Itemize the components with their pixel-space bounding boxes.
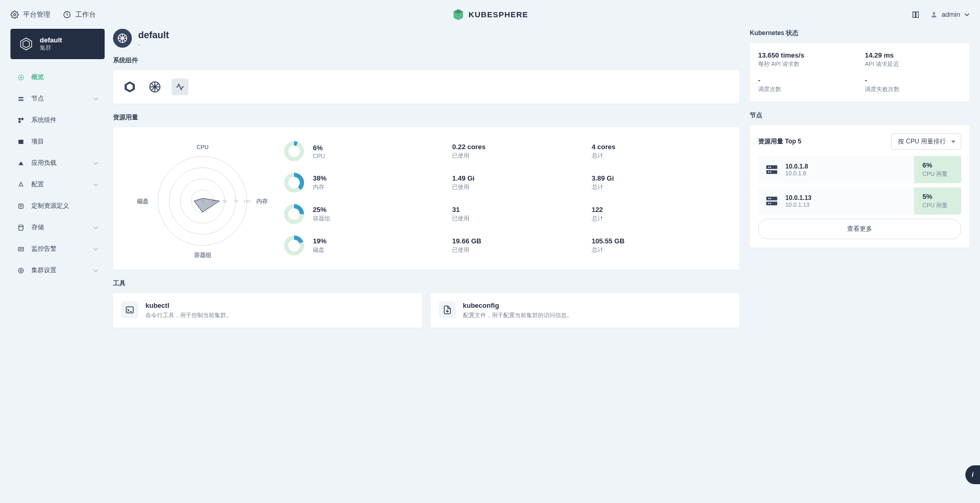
usage-total: 122 xyxy=(592,206,731,214)
k8s-value: 14.29 ms xyxy=(865,51,961,59)
sidebar-item-monitoring[interactable]: 监控告警 xyxy=(10,239,105,259)
user-menu[interactable]: admin xyxy=(930,10,970,18)
k8s-label: 调度失败次数 xyxy=(865,85,961,93)
node-pct: 5% xyxy=(922,193,953,200)
usage-total: 4 cores xyxy=(592,143,731,151)
chevron-down-icon xyxy=(93,96,98,102)
sidebar-item-crd[interactable]: 定制资源定义 xyxy=(10,196,105,216)
sidebar-item-label: 项目 xyxy=(31,137,44,146)
svg-text:磁盘: 磁盘 xyxy=(137,198,149,204)
svg-point-20 xyxy=(18,268,23,273)
sidebar-item-overview[interactable]: 概览 xyxy=(10,68,105,87)
kubesphere-logo-icon xyxy=(452,8,464,21)
component-kubesphere-icon[interactable] xyxy=(121,79,138,95)
usage-pct: 38% xyxy=(313,174,452,182)
svg-text:100: 100 xyxy=(243,199,251,204)
usage-pct: 25% xyxy=(313,206,452,214)
tool-desc: 命令行工具，用于控制当前集群。 xyxy=(145,311,232,319)
usage-used: 1.49 Gi xyxy=(452,174,591,182)
component-kubernetes-icon[interactable] xyxy=(147,79,163,95)
svg-point-69 xyxy=(770,166,771,167)
platform-mgmt-link[interactable]: 平台管理 xyxy=(10,10,50,19)
svg-rect-73 xyxy=(767,202,778,205)
usage-row: 38%内存 1.49 Gi已使用 3.89 Gi总计 xyxy=(284,168,731,197)
cluster-name: default xyxy=(40,36,62,44)
topn-title: 资源用量 Top 5 xyxy=(758,137,801,146)
k8s-value: - xyxy=(865,76,961,84)
projects-icon xyxy=(17,138,25,146)
sidebar-item-config[interactable]: 配置 xyxy=(10,175,105,194)
svg-rect-12 xyxy=(18,139,23,143)
section-components: 系统组件 xyxy=(113,56,739,65)
dashboard-icon xyxy=(63,10,71,19)
cluster-header[interactable]: default 集群 xyxy=(10,29,105,59)
chevron-down-icon xyxy=(93,182,98,187)
tool-card-kubeconfig[interactable]: kubeconfig配置文件，用于配置当前集群的访问信息。 xyxy=(431,293,740,328)
sidebar-item-label: 系统组件 xyxy=(31,116,57,125)
tool-icon xyxy=(439,301,456,318)
sidebar-item-nodes[interactable]: 节点 xyxy=(10,89,105,108)
components-icon xyxy=(17,116,25,125)
sidebar-item-workloads[interactable]: 应用负载 xyxy=(10,153,105,173)
svg-point-74 xyxy=(768,198,769,199)
view-more-button[interactable]: 查看更多 xyxy=(758,219,961,239)
svg-line-40 xyxy=(156,88,158,90)
svg-point-2 xyxy=(932,12,935,15)
gear-icon xyxy=(10,10,19,19)
radar-chart: 0255075100CPU内存容器组磁盘 xyxy=(129,136,276,261)
svg-point-17 xyxy=(19,225,23,227)
docs-icon[interactable] xyxy=(911,10,920,19)
sidebar-item-settings[interactable]: 集群设置 xyxy=(10,261,105,280)
usage-pct: 6% xyxy=(313,144,452,152)
svg-marker-3 xyxy=(21,38,32,50)
tool-card-kubectl[interactable]: kubectl命令行工具，用于控制当前集群。 xyxy=(113,293,422,328)
node-row[interactable]: 10.0.1.1310.0.1.135%CPU 用量 xyxy=(758,187,961,215)
svg-text:50: 50 xyxy=(222,199,227,204)
k8s-label: 每秒 API 请求数 xyxy=(758,60,854,68)
k8s-metric: -调度次数 xyxy=(758,76,854,93)
svg-line-39 xyxy=(152,84,154,86)
k8s-status-card: 13.650 times/s每秒 API 请求数14.29 msAPI 请求延迟… xyxy=(750,43,970,102)
platform-mgmt-label: 平台管理 xyxy=(23,10,50,19)
sidebar-item-projects[interactable]: 项目 xyxy=(10,132,105,151)
svg-line-42 xyxy=(156,84,158,86)
workbench-link[interactable]: 工作台 xyxy=(63,10,96,19)
workbench-label: 工作台 xyxy=(75,10,96,19)
chevron-down-icon xyxy=(93,247,98,252)
node-pct: 6% xyxy=(922,161,953,169)
topn-sort-select[interactable]: 按 CPU 用量排行 xyxy=(891,133,961,150)
sidebar-item-label: 应用负载 xyxy=(31,159,57,167)
sidebar-item-components[interactable]: 系统组件 xyxy=(10,110,105,130)
donut-icon xyxy=(284,172,305,193)
svg-marker-4 xyxy=(23,40,29,48)
svg-line-29 xyxy=(120,39,122,41)
svg-rect-11 xyxy=(18,120,20,122)
k8s-label: 调度次数 xyxy=(758,85,854,93)
chevron-down-icon xyxy=(93,161,98,166)
k8s-value: 13.650 times/s xyxy=(758,51,854,59)
k8s-metric: -调度失败次数 xyxy=(865,76,961,93)
section-nodes: 节点 xyxy=(750,111,970,120)
node-ip: 10.0.1.13 xyxy=(785,202,812,208)
components-card xyxy=(113,70,739,104)
usage-pct: 19% xyxy=(313,237,452,245)
svg-marker-52 xyxy=(194,198,219,212)
page-title: default xyxy=(138,30,169,41)
usage-row: 6%CPU 0.22 cores已使用 4 cores总计 xyxy=(284,137,731,166)
page-subtitle: - xyxy=(138,41,169,47)
component-monitoring-icon[interactable] xyxy=(172,79,188,95)
wheel-icon xyxy=(113,29,132,48)
brand-logo[interactable]: KUBESPHERE xyxy=(452,8,528,21)
user-icon xyxy=(930,11,938,18)
k8s-metric: 14.29 msAPI 请求延迟 xyxy=(865,51,961,68)
sidebar-item-storage[interactable]: 存储 xyxy=(10,218,105,237)
usage-used: 0.22 cores xyxy=(452,143,591,151)
crd-icon xyxy=(17,202,25,210)
server-icon xyxy=(764,162,779,177)
usage-name: CPU xyxy=(313,153,452,159)
page-header: default - xyxy=(113,29,739,48)
config-icon xyxy=(17,181,25,189)
svg-rect-10 xyxy=(21,118,24,120)
usage-total: 105.55 GB xyxy=(592,237,731,245)
node-row[interactable]: 10.0.1.810.0.1.86%CPU 用量 xyxy=(758,156,961,183)
